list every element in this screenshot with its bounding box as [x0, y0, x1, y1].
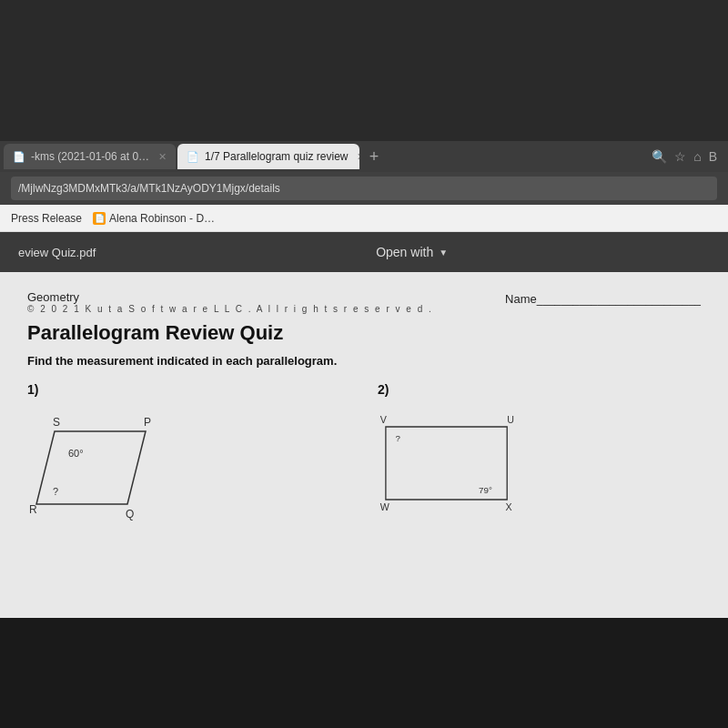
svg-text:60°: 60°	[68, 448, 84, 459]
svg-text:P: P	[144, 416, 151, 429]
bookmark-alena-favicon: 📄	[93, 212, 106, 225]
browser-chrome: 📄 -kms (2021-01-06 at 0… ✕ 📄 1/7 Paralle…	[0, 141, 728, 618]
pdf-header: Geometry © 2 0 2 1 K u t a S o f t w a r…	[27, 290, 701, 319]
pdf-name-area: Name___________________________	[505, 290, 701, 319]
svg-text:?: ?	[396, 433, 401, 443]
problem-1-diagram: S P R Q 60° ?	[27, 404, 173, 522]
tab1-label: -kms (2021-01-06 at 0…	[31, 150, 149, 163]
svg-text:V: V	[380, 414, 388, 425]
search-icon[interactable]: 🔍	[652, 149, 667, 164]
problem-2-number: 2)	[378, 382, 701, 397]
pdf-content: Geometry © 2 0 2 1 K u t a S o f t w a r…	[0, 272, 728, 618]
open-with-label: Open with	[376, 245, 433, 259]
bookmarks-bar: Press Release 📄 Alena Robinson - D…	[0, 205, 728, 232]
bookmark-alena-label: Alena Robinson - D…	[109, 212, 215, 225]
open-with-arrow-icon: ▼	[439, 248, 448, 258]
bookmark-press-release-label: Press Release	[11, 212, 82, 225]
bookmark-press-release[interactable]: Press Release	[11, 212, 82, 225]
bookmark-alena[interactable]: 📄 Alena Robinson - D…	[93, 212, 215, 225]
browser-icons: 🔍 ☆ ⌂ B	[652, 149, 724, 164]
problem-2-diagram: V U W X ? 79°	[378, 404, 523, 522]
svg-text:U: U	[507, 414, 514, 425]
pdf-toolbar: eview Quiz.pdf Open with ▼	[0, 232, 728, 272]
svg-text:?: ?	[53, 486, 58, 497]
svg-text:S: S	[53, 416, 60, 429]
tab-2[interactable]: 📄 1/7 Parallelogram quiz review ✕	[177, 144, 359, 169]
pdf-instructions: Find the measurement indicated in each p…	[27, 354, 701, 368]
tab1-favicon: 📄	[13, 151, 25, 163]
pdf-name-label: Name___________________________	[505, 292, 701, 306]
address-input[interactable]	[11, 177, 717, 200]
open-with-button[interactable]: Open with ▼	[376, 245, 448, 259]
problem-2: 2) V U W X ? 79°	[378, 382, 701, 522]
svg-text:X: X	[505, 501, 511, 512]
problem-1: 1) S P R Q 60° ?	[27, 382, 350, 522]
pdf-title: Parallelogram Review Quiz	[27, 321, 701, 345]
tab2-close[interactable]: ✕	[357, 151, 359, 163]
tab2-favicon: 📄	[187, 151, 199, 163]
tab2-label: 1/7 Parallelogram quiz review	[205, 150, 348, 163]
address-bar	[0, 172, 728, 205]
extension-icon[interactable]: B	[709, 149, 717, 164]
top-dark-area	[0, 0, 728, 141]
new-tab-button[interactable]: +	[361, 144, 387, 169]
tab-bar: 📄 -kms (2021-01-06 at 0… ✕ 📄 1/7 Paralle…	[0, 141, 728, 172]
pdf-subject: Geometry © 2 0 2 1 K u t a S o f t w a r…	[27, 290, 433, 319]
pdf-geometry-label: Geometry	[27, 290, 433, 304]
tab-1[interactable]: 📄 -kms (2021-01-06 at 0… ✕	[4, 144, 176, 169]
problems-row: 1) S P R Q 60° ?	[27, 382, 701, 522]
pdf-copyright: © 2 0 2 1 K u t a S o f t w a r e L L C …	[27, 304, 433, 314]
home-icon[interactable]: ⌂	[693, 149, 701, 164]
svg-text:W: W	[380, 501, 390, 512]
pdf-filename: eview Quiz.pdf	[18, 246, 96, 259]
tab1-close[interactable]: ✕	[158, 151, 167, 163]
star-icon[interactable]: ☆	[674, 149, 686, 164]
svg-text:79°: 79°	[479, 485, 492, 495]
svg-text:R: R	[29, 503, 37, 516]
problem-1-number: 1)	[27, 382, 350, 397]
svg-text:Q: Q	[126, 508, 134, 521]
